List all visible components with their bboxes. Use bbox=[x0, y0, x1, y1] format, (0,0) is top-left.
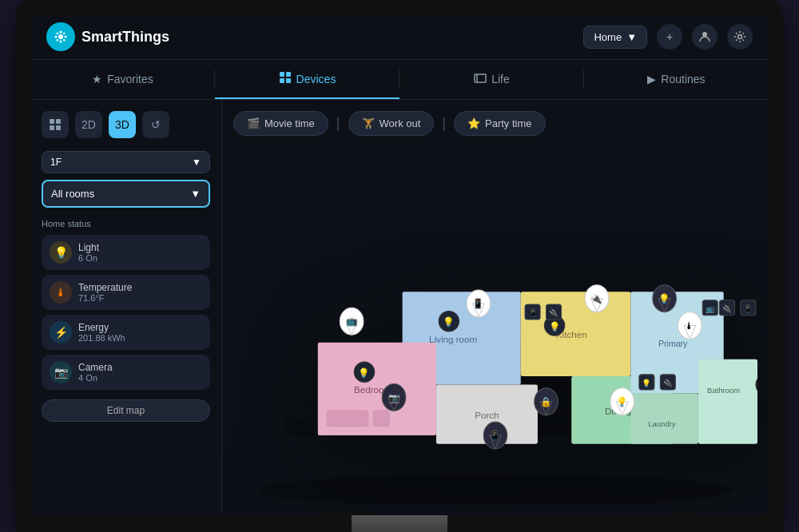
svg-text:📱: 📱 bbox=[528, 308, 538, 318]
home-selector-label: Home bbox=[594, 31, 622, 43]
svg-text:💡: 💡 bbox=[359, 367, 371, 379]
content-area: 🎬 Movie time | 🏋 Work out | ⭐ Party time bbox=[222, 100, 769, 515]
scene-movie-button[interactable]: 🎬 Movie time bbox=[233, 111, 328, 136]
location-pin-6[interactable]: 📷 bbox=[382, 384, 406, 411]
location-pin-1[interactable]: 📱 bbox=[467, 290, 491, 317]
camera-value: 4 On bbox=[78, 373, 202, 383]
svg-rect-18 bbox=[56, 119, 61, 124]
smartthings-logo-icon bbox=[46, 22, 75, 51]
svg-rect-11 bbox=[280, 72, 284, 77]
small-device-4[interactable]: 🔌 bbox=[660, 375, 675, 390]
svg-text:📱: 📱 bbox=[472, 298, 484, 309]
svg-rect-15 bbox=[475, 74, 486, 82]
svg-point-10 bbox=[738, 35, 742, 39]
home-selector[interactable]: Home ▼ bbox=[583, 26, 647, 49]
location-pin-7[interactable]: 📱 bbox=[483, 422, 507, 449]
floor-plan-container: Living room Kitchen Bedroom Dining Porch… bbox=[233, 147, 757, 504]
status-item-camera[interactable]: 📷 Camera 4 On bbox=[42, 355, 210, 390]
svg-rect-19 bbox=[50, 125, 54, 130]
floor-selector-value: 1F bbox=[50, 157, 62, 168]
small-device-7[interactable]: 📱 bbox=[741, 300, 756, 316]
status-item-light[interactable]: 💡 Light 6 On bbox=[42, 235, 210, 270]
light-status-text: Light 6 On bbox=[78, 242, 202, 263]
svg-text:🔌: 🔌 bbox=[549, 308, 559, 318]
svg-point-2 bbox=[60, 41, 62, 43]
svg-text:Laundry: Laundry bbox=[648, 419, 676, 428]
view-2d-label: 2D bbox=[81, 118, 96, 131]
camera-label: Camera bbox=[78, 362, 202, 373]
view-3d-button[interactable]: 3D bbox=[109, 111, 136, 138]
svg-point-3 bbox=[55, 36, 58, 38]
svg-text:📺: 📺 bbox=[706, 304, 715, 314]
device-pin[interactable]: 💡 bbox=[354, 362, 374, 382]
location-pin-8[interactable]: 🌡 bbox=[678, 312, 702, 339]
location-pin-5[interactable]: 💡 bbox=[610, 388, 634, 415]
svg-point-1 bbox=[60, 31, 62, 34]
small-device-6[interactable]: 🔌 bbox=[719, 300, 734, 316]
energy-value: 201.88 kWh bbox=[78, 333, 202, 343]
light-icon: 💡 bbox=[50, 241, 72, 264]
svg-text:📱: 📱 bbox=[743, 304, 753, 314]
favorites-icon: ★ bbox=[92, 73, 102, 85]
scene-workout-button[interactable]: 🏋 Work out bbox=[348, 111, 435, 136]
small-device-5[interactable]: 📺 bbox=[702, 300, 718, 316]
floor-selector[interactable]: 1F ▼ bbox=[42, 151, 210, 173]
svg-rect-12 bbox=[286, 72, 291, 77]
svg-text:💡: 💡 bbox=[642, 379, 651, 388]
tv-stand bbox=[352, 515, 447, 532]
profile-button[interactable] bbox=[692, 24, 718, 50]
scene-party-button[interactable]: ⭐ Party time bbox=[454, 111, 546, 136]
small-device-2[interactable]: 🔌 bbox=[546, 304, 561, 320]
device-pin[interactable]: 💡 bbox=[439, 312, 459, 332]
nav-tabs: ★ Favorites Devices bbox=[30, 60, 769, 100]
room-selector[interactable]: All rooms ▼ bbox=[42, 180, 210, 208]
party-label: Party time bbox=[485, 117, 532, 129]
settings-button[interactable] bbox=[727, 24, 753, 50]
life-label: Life bbox=[491, 73, 510, 85]
location-pin-9[interactable]: 📺 bbox=[340, 308, 364, 335]
status-item-energy[interactable]: ⚡ Energy 201.88 kWh bbox=[42, 315, 210, 350]
svg-rect-13 bbox=[280, 78, 284, 83]
location-pin-2[interactable]: 🔌 bbox=[585, 285, 609, 312]
svg-text:📷: 📷 bbox=[388, 392, 400, 403]
svg-text:Bathroom: Bathroom bbox=[707, 386, 740, 395]
svg-point-8 bbox=[57, 39, 58, 41]
svg-rect-14 bbox=[286, 78, 291, 83]
svg-rect-29 bbox=[630, 393, 698, 443]
main-layout: 2D 3D ↺ 1F ▼ All rooms ▼ Home status bbox=[30, 100, 769, 515]
view-controls: 2D 3D ↺ bbox=[42, 111, 210, 138]
svg-text:🔌: 🔌 bbox=[722, 304, 732, 314]
status-item-temperature[interactable]: 🌡 Temperature 71.6°F bbox=[42, 275, 210, 310]
routines-label: Routines bbox=[661, 73, 705, 85]
small-device-3[interactable]: 💡 bbox=[639, 375, 654, 390]
header: SmartThings Home ▼ + bbox=[30, 14, 769, 60]
routines-icon: ▶ bbox=[647, 73, 656, 85]
life-icon bbox=[474, 73, 487, 85]
add-button[interactable]: + bbox=[657, 24, 682, 50]
movie-icon: 🎬 bbox=[247, 117, 260, 129]
small-device-1[interactable]: 📱 bbox=[525, 304, 540, 320]
temperature-value: 71.6°F bbox=[78, 293, 202, 303]
svg-point-7 bbox=[63, 33, 65, 34]
tab-life[interactable]: Life bbox=[400, 60, 584, 99]
temperature-status-text: Temperature 71.6°F bbox=[78, 282, 202, 303]
energy-icon: ⚡ bbox=[50, 321, 72, 343]
tab-routines[interactable]: ▶ Routines bbox=[584, 60, 769, 99]
tab-favorites[interactable]: ★ Favorites bbox=[30, 60, 215, 99]
location-pin-4[interactable]: 🔒 bbox=[535, 388, 559, 415]
home-selector-chevron: ▼ bbox=[626, 31, 637, 43]
svg-text:💡: 💡 bbox=[443, 317, 455, 328]
svg-point-9 bbox=[702, 32, 707, 37]
location-pin-3[interactable]: 💡 bbox=[653, 285, 677, 312]
view-grid-button[interactable] bbox=[42, 111, 69, 138]
tv-frame: SmartThings Home ▼ + bbox=[16, 0, 783, 532]
svg-text:Primary: Primary bbox=[658, 339, 688, 348]
svg-point-5 bbox=[57, 33, 58, 34]
edit-map-button[interactable]: Edit map bbox=[42, 399, 210, 422]
home-status-title: Home status bbox=[42, 219, 210, 228]
svg-text:Porch: Porch bbox=[475, 410, 499, 420]
view-history-button[interactable]: ↺ bbox=[142, 111, 169, 138]
view-2d-button[interactable]: 2D bbox=[75, 111, 102, 138]
scene-divider-1: | bbox=[336, 115, 340, 132]
tab-devices[interactable]: Devices bbox=[215, 60, 400, 99]
